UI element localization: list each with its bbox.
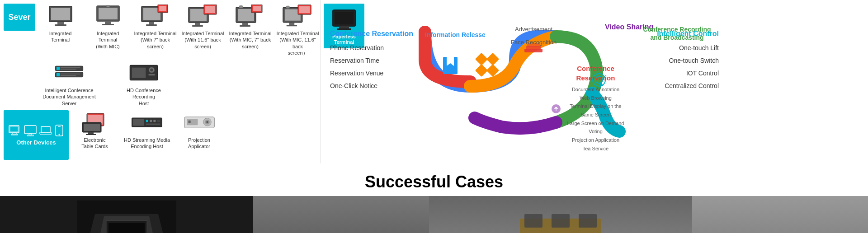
- svg-rect-75: [150, 120, 152, 122]
- device-label-conf-server: Intelligent ConferenceDocument Managemen…: [42, 87, 95, 107]
- intelligent-iot: IOT Control: [631, 67, 719, 79]
- info-release-title: Information Relesse: [425, 31, 486, 38]
- svg-rect-47: [57, 73, 60, 76]
- cases-images: [0, 196, 868, 233]
- device-label-table-cards: ElectronicTable Cards: [81, 137, 108, 150]
- electronic-table-cards: ElectronicTable Cards: [73, 110, 116, 150]
- svg-rect-3: [55, 24, 66, 26]
- conf-reservation-title: Conference Reservation: [330, 30, 418, 38]
- projector-icon: [184, 110, 215, 135]
- device-terminal-7back: Integrated Terminal(With 7" backscreen): [134, 4, 177, 50]
- intelligent-control-title: Intelligent Control: [631, 30, 719, 38]
- svg-rect-86: [475, 53, 488, 65]
- other-devices-label: Other Devices: [16, 139, 56, 146]
- device-terminal-mic-7back: Integrated Terminal(With MIC, 7" backscr…: [229, 4, 272, 50]
- svg-rect-34: [289, 22, 294, 25]
- svg-rect-9: [106, 5, 110, 7]
- device-label-mic-7back: Integrated Terminal(With MIC, 7" backscr…: [229, 30, 272, 50]
- hd-streaming-encoder: HD Streaming MediaEncoding Host: [120, 110, 174, 150]
- device-label: IntegratedTerminal: [49, 30, 72, 43]
- svg-rect-87: [486, 53, 499, 65]
- svg-rect-43: [57, 67, 60, 70]
- case-image-middle: [253, 196, 868, 233]
- cases-title: Successful Cases: [0, 172, 868, 191]
- svg-rect-20: [195, 23, 200, 25]
- conf-server-icon: [53, 61, 85, 85]
- device-terminal-mic-116back: Integrated Terminal(With MIC, 11.6" back…: [276, 4, 319, 56]
- svg-rect-84: [188, 120, 190, 122]
- svg-rect-70: [88, 132, 94, 134]
- server-devices-row: Intelligent ConferenceDocument Managemen…: [40, 61, 317, 107]
- monitor-back2-icon: [187, 4, 219, 28]
- svg-rect-77: [157, 120, 160, 122]
- svg-rect-27: [240, 25, 250, 27]
- svg-point-64: [59, 134, 60, 135]
- hd-conf-recording-host: HD Conference RecordingHost: [117, 61, 171, 107]
- svg-rect-35: [286, 25, 297, 26]
- other-devices-icons: [8, 125, 64, 136]
- server-label: Sever: [4, 4, 35, 31]
- monitor-mic-back2-icon: [282, 4, 314, 28]
- device-integrated-terminal-mic: IntegratedTerminal(With MIC): [86, 4, 129, 50]
- svg-rect-62: [41, 126, 50, 133]
- case-sub-img-1: [253, 196, 429, 233]
- svg-rect-65: [58, 126, 61, 127]
- server-row: Sever IntegratedTerminal: [4, 4, 317, 56]
- conf-reservation-block: Conference Reservation Phone Reservation…: [330, 30, 418, 92]
- svg-rect-101: [552, 214, 570, 228]
- cases-section: Successful Cases: [0, 163, 868, 233]
- device-label-encoder: HD Streaming MediaEncoding Host: [124, 137, 170, 150]
- svg-rect-33: [299, 6, 309, 13]
- svg-rect-5: [99, 8, 118, 19]
- svg-rect-48: [61, 74, 80, 75]
- svg-rect-59: [24, 126, 36, 134]
- conf-reservation-center-title: ConferenceReservation: [565, 64, 626, 83]
- svg-rect-100: [524, 214, 542, 228]
- conf-reservation-phone: Phone Reservation: [330, 42, 418, 54]
- svg-rect-7: [102, 24, 114, 25]
- device-label-mic: IntegratedTerminal(With MIC): [96, 30, 120, 50]
- svg-rect-26: [242, 23, 248, 25]
- device-label-projector: ProjectionApplicator: [188, 137, 210, 150]
- hd-recording-icon: [128, 61, 160, 85]
- svg-rect-88: [475, 64, 488, 77]
- device-label-hd-recording: HD Conference RecordingHost: [117, 87, 171, 107]
- monitor-mic-back-icon: [235, 4, 266, 28]
- conf-mgmt-server: Intelligent ConferenceDocument Managemen…: [40, 61, 99, 107]
- svg-rect-44: [61, 67, 80, 68]
- case-image-left: [0, 196, 253, 233]
- advert-face-block: Advertisement Face Recognition: [511, 23, 557, 49]
- svg-rect-19: [205, 6, 215, 13]
- device-terminal-116back: Integrated Terminal(With 11.6" backscree…: [181, 4, 224, 50]
- other-devices-row: Other Devices: [4, 110, 317, 160]
- svg-rect-37: [286, 5, 289, 8]
- svg-rect-56: [10, 126, 18, 132]
- svg-rect-54: [149, 74, 155, 76]
- other-row-devices: ElectronicTable Cards: [73, 110, 221, 150]
- svg-rect-25: [253, 6, 261, 11]
- intelligent-one-touch-lift: One-touch Lift: [631, 42, 719, 54]
- svg-rect-49: [61, 75, 76, 76]
- conf-reservation-time: Reservation Time: [330, 54, 418, 67]
- svg-rect-15: [146, 24, 157, 26]
- svg-rect-1: [51, 8, 70, 20]
- face-recognition-label: Face Recognition: [511, 36, 557, 49]
- svg-point-53: [150, 69, 153, 72]
- svg-rect-6: [105, 21, 111, 24]
- svg-rect-2: [57, 22, 64, 24]
- svg-rect-76: [153, 120, 156, 122]
- main-layout: Sever IntegratedTerminal: [0, 0, 868, 163]
- case-sub-img-3: [692, 196, 868, 233]
- svg-rect-71: [86, 134, 96, 135]
- full-diagram: Conference Reservation Phone Reservation…: [330, 23, 719, 140]
- svg-rect-51: [132, 68, 146, 78]
- conf-reservation-center-block: ConferenceReservation Document Annotatio…: [565, 64, 626, 153]
- svg-rect-14: [149, 22, 154, 24]
- diagram-panel: Conference Reservation Phone Reservation…: [321, 0, 728, 163]
- monitor-mic-icon: [92, 4, 124, 28]
- svg-rect-69: [84, 124, 100, 131]
- device-integrated-terminal: IntegratedTerminal: [39, 4, 82, 43]
- svg-rect-13: [159, 6, 166, 11]
- monitor-flat-icon: [45, 4, 76, 28]
- conf-reservation-center-items: Document Annotation Web Browsing Termina…: [565, 85, 626, 153]
